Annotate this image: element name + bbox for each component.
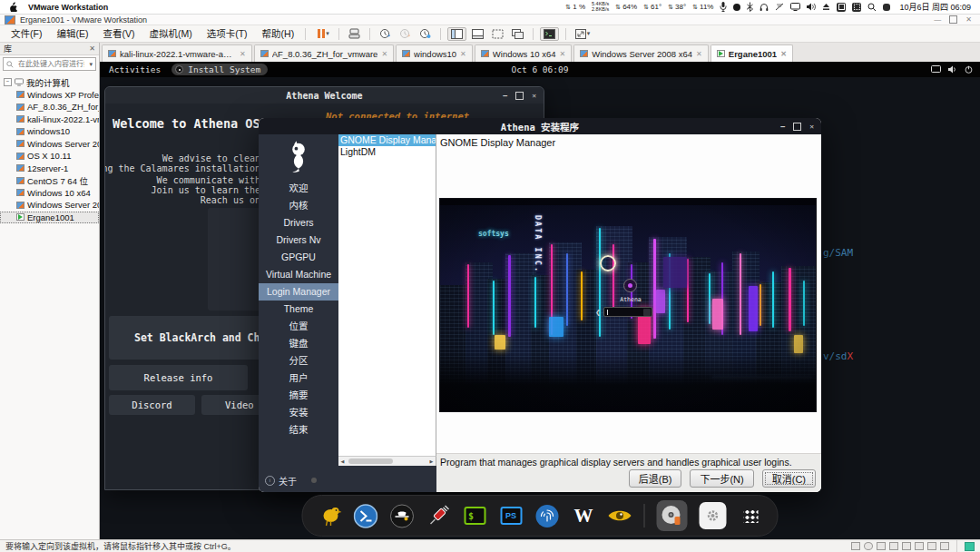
bluetooth-icon[interactable] xyxy=(747,2,753,12)
fingerprint-icon[interactable] xyxy=(535,504,560,528)
optical-disc-installer-icon[interactable] xyxy=(657,500,688,531)
cancel-button[interactable]: 取消(C) xyxy=(762,469,816,488)
vm-tab[interactable]: kali-linux-2022.1-vmware-am... ✕ xyxy=(102,44,252,62)
screen-mirroring-off-icon[interactable] xyxy=(775,3,784,11)
next-button[interactable]: 下一步(N) xyxy=(690,469,753,488)
show-thumbnail-bar-button[interactable] xyxy=(469,28,486,40)
welcome-titlebar[interactable]: Athena Welcome — ✕ xyxy=(105,87,544,104)
network-speed-indicator[interactable]: 5.4KB/s2.8KB/s xyxy=(592,2,609,12)
maximize-icon[interactable] xyxy=(949,15,957,24)
minimize-icon[interactable]: — xyxy=(934,15,941,24)
headphones-icon[interactable] xyxy=(760,3,769,12)
minimize-icon[interactable]: — xyxy=(503,92,507,100)
siri-icon[interactable] xyxy=(883,4,890,11)
close-icon[interactable]: ✕ xyxy=(965,15,972,24)
show-library-button[interactable] xyxy=(447,27,466,41)
apple-logo-icon[interactable] xyxy=(9,2,17,12)
cpu-temp-indicator[interactable]: ⇅61° xyxy=(643,3,662,11)
wikipedia-icon[interactable]: W xyxy=(572,504,596,528)
minimize-icon[interactable]: — xyxy=(780,123,785,131)
vm-tree-item[interactable]: Windows XP Professio xyxy=(0,89,99,102)
vm-tree-item[interactable]: Windows Server 2016 xyxy=(0,199,99,212)
printer-icon[interactable] xyxy=(889,542,898,550)
syringe-icon[interactable] xyxy=(426,504,451,528)
powershell-window-icon[interactable]: PS xyxy=(499,504,524,528)
discord-button[interactable]: Discord xyxy=(109,395,195,415)
maximize-icon[interactable] xyxy=(515,92,524,100)
search-input[interactable] xyxy=(16,59,86,69)
app-grid-icon[interactable] xyxy=(739,504,763,528)
login-manager-option[interactable]: LightDM xyxy=(338,146,436,158)
eject-icon[interactable] xyxy=(822,3,830,11)
macos-active-app[interactable]: VMware Workstation xyxy=(28,3,108,12)
usb-device-icon[interactable] xyxy=(915,542,924,550)
close-tab-icon[interactable]: ✕ xyxy=(560,50,566,58)
close-tab-icon[interactable]: ✕ xyxy=(696,50,702,58)
snapshot-manager-button[interactable] xyxy=(416,27,434,40)
installer-titlebar[interactable]: Athena 安装程序 — ✕ xyxy=(259,118,821,134)
vm-tree-item[interactable]: Windows 10 x64 xyxy=(0,187,99,200)
enter-fullscreen-button[interactable]: ▾ xyxy=(573,28,593,40)
vm-tab[interactable]: AF_8.0.36_ZH_for_vmware ✕ xyxy=(254,44,394,62)
vm-tab[interactable]: Ergane1001 ✕ xyxy=(710,44,793,62)
powershell-icon[interactable] xyxy=(354,504,378,528)
gpu-temp-indicator[interactable]: ⇅38° xyxy=(668,3,686,11)
vm-tab[interactable]: Windows Server 2008 x64 ✕ xyxy=(573,44,709,62)
close-tab-icon[interactable]: ✕ xyxy=(780,50,787,58)
console-view-button[interactable] xyxy=(540,27,559,41)
vm-tree-item[interactable]: CentOS 7 64 位 xyxy=(0,174,99,187)
vm-tab[interactable]: Windows 10 x64 ✕ xyxy=(475,44,572,62)
message-log-icon[interactable] xyxy=(965,542,975,551)
settings-icon[interactable] xyxy=(700,502,727,529)
menu-edit[interactable]: 编辑(E) xyxy=(49,25,95,43)
scrollbar-thumb[interactable] xyxy=(348,458,393,464)
display-icon[interactable] xyxy=(790,3,800,11)
menu-tabs[interactable]: 选项卡(T) xyxy=(200,25,255,43)
close-tab-icon[interactable]: ✕ xyxy=(460,50,466,58)
library-search[interactable]: ▾ xyxy=(3,57,96,71)
sound-device-icon[interactable] xyxy=(902,542,911,550)
maximize-icon[interactable] xyxy=(793,123,801,131)
login-manager-option[interactable]: GNOME Display Manager xyxy=(338,134,436,146)
close-library-icon[interactable]: ✕ xyxy=(89,44,95,53)
hard-disk-icon[interactable] xyxy=(851,542,860,550)
unity-mode-button[interactable] xyxy=(509,28,526,40)
volume-icon[interactable] xyxy=(807,3,816,11)
spotlight-search-icon[interactable] xyxy=(867,3,877,12)
menu-vm[interactable]: 虚拟机(M) xyxy=(142,25,199,43)
vm-tree-item[interactable]: AF_8.0.36_ZH_for_vmw xyxy=(0,101,99,113)
tree-root-my-computer[interactable]: − 我的计算机 xyxy=(0,76,99,89)
fan-indicator[interactable]: ⇅11% xyxy=(692,3,713,11)
vm-tab[interactable]: windows10 ✕ xyxy=(396,44,473,62)
revert-snapshot-button[interactable] xyxy=(397,27,414,40)
horizontal-scrollbar[interactable]: ◀ ▶ xyxy=(338,456,436,466)
scroll-right-icon[interactable]: ▶ xyxy=(427,458,436,464)
about-button[interactable]: i 关于 xyxy=(259,468,338,492)
memory-indicator[interactable]: ⇅64% xyxy=(615,3,637,11)
keyboard-layout-icon[interactable] xyxy=(852,3,861,12)
login-manager-list[interactable]: GNOME Display Manager LightDM xyxy=(338,134,436,456)
close-tab-icon[interactable]: ✕ xyxy=(381,50,387,58)
kiwi-bird-icon[interactable] xyxy=(318,504,342,528)
gnome-status-icons[interactable] xyxy=(931,65,973,74)
send-ctrl-alt-del-button[interactable] xyxy=(346,27,363,40)
chevron-down-icon[interactable]: ▾ xyxy=(89,61,93,68)
scroll-left-icon[interactable]: ◀ xyxy=(338,458,347,464)
menubar-app-icon[interactable] xyxy=(733,4,740,11)
release-info-button[interactable]: Release info xyxy=(109,365,248,390)
terminal-icon[interactable]: $ xyxy=(463,504,487,528)
activities-button[interactable]: Activities xyxy=(109,64,161,74)
vm-tree-item[interactable]: kali-linux-2022.1-vmw xyxy=(0,113,99,126)
eye-icon[interactable] xyxy=(608,504,632,528)
microphone-icon[interactable] xyxy=(720,2,727,12)
display-device-icon[interactable] xyxy=(940,542,949,550)
cpu-indicator[interactable]: ⇅1 % xyxy=(565,3,585,11)
close-tab-icon[interactable]: ✕ xyxy=(240,50,246,58)
network-adapter-icon[interactable] xyxy=(877,542,886,550)
vm-tree-item[interactable]: 12server-1 xyxy=(0,163,99,175)
close-icon[interactable]: ✕ xyxy=(809,123,814,131)
close-icon[interactable]: ✕ xyxy=(532,92,536,100)
serial-port-icon[interactable] xyxy=(927,542,936,550)
suspend-button[interactable]: ▾ xyxy=(315,28,332,39)
menu-view[interactable]: 查看(V) xyxy=(95,25,142,43)
